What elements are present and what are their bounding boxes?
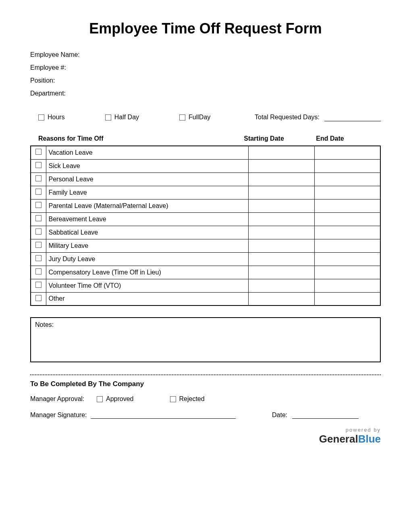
start-date-cell[interactable]: [248, 212, 314, 226]
employee-name-field: Employee Name:: [30, 51, 381, 58]
footer-brand: powered by GeneralBlue: [30, 427, 381, 445]
reason-checkbox[interactable]: [35, 149, 42, 155]
table-row: Military Leave: [31, 239, 380, 252]
end-date-cell[interactable]: [314, 212, 380, 226]
total-days-input[interactable]: [324, 113, 381, 121]
brand-blue: Blue: [358, 433, 381, 445]
reason-checkbox[interactable]: [35, 215, 42, 221]
reason-label: Sick Leave: [46, 159, 248, 172]
reason-label: Family Leave: [46, 186, 248, 199]
duration-full-day: FullDay: [179, 114, 210, 121]
manager-signature-input[interactable]: [91, 411, 236, 419]
rejected-item: Rejected: [170, 395, 205, 403]
reason-checkbox-cell: [31, 292, 46, 305]
start-date-cell[interactable]: [248, 252, 314, 266]
start-date-cell[interactable]: [248, 292, 314, 305]
company-heading: To Be Completed By The Company: [30, 380, 381, 388]
end-date-cell[interactable]: [314, 199, 380, 212]
table-row: Compensatory Leave (Time Off in Lieu): [31, 266, 380, 279]
start-date-cell[interactable]: [248, 172, 314, 186]
table-header: Reasons for Time Off Starting Date End D…: [30, 133, 381, 145]
notes-box[interactable]: Notes:: [30, 317, 381, 362]
reason-checkbox-cell: [31, 266, 46, 279]
table-row: Sick Leave: [31, 159, 380, 172]
manager-signature-label: Manager Signature:: [30, 411, 91, 419]
rejected-checkbox[interactable]: [170, 396, 176, 402]
reason-checkbox[interactable]: [35, 202, 42, 208]
reason-checkbox[interactable]: [35, 189, 42, 195]
start-date-cell[interactable]: [248, 146, 314, 159]
table-row: Jury Duty Leave: [31, 252, 380, 266]
reason-checkbox-cell: [31, 279, 46, 292]
end-date-cell[interactable]: [314, 172, 380, 186]
end-date-cell[interactable]: [314, 226, 380, 239]
department-field: Department:: [30, 90, 381, 97]
date-input[interactable]: [292, 411, 359, 419]
hours-checkbox[interactable]: [38, 114, 44, 121]
start-date-cell[interactable]: [248, 266, 314, 279]
signature-row: Manager Signature: Date:: [30, 411, 381, 419]
end-date-cell[interactable]: [314, 159, 380, 172]
hours-label: Hours: [48, 114, 65, 121]
header-reasons: Reasons for Time Off: [38, 135, 231, 142]
employee-number-field: Employee #:: [30, 64, 381, 71]
section-divider: [30, 374, 381, 375]
reason-label: Vacation Leave: [46, 146, 248, 159]
reason-checkbox[interactable]: [35, 162, 42, 168]
table-row: Volunteer Time Off (VTO): [31, 279, 380, 292]
reason-checkbox[interactable]: [35, 268, 42, 274]
reason-checkbox[interactable]: [35, 229, 42, 235]
position-field: Position:: [30, 77, 381, 84]
table-row: Personal Leave: [31, 172, 380, 186]
reason-checkbox[interactable]: [35, 295, 42, 301]
end-date-cell[interactable]: [314, 186, 380, 199]
reason-label: Parental Leave (Maternal/Paternal Leave): [46, 199, 248, 212]
table-row: Family Leave: [31, 186, 380, 199]
reason-checkbox[interactable]: [35, 255, 42, 261]
full-day-checkbox[interactable]: [179, 114, 185, 121]
approved-item: Approved: [97, 395, 134, 403]
reason-checkbox-cell: [31, 199, 46, 212]
brand-name: GeneralBlue: [30, 433, 381, 445]
start-date-cell[interactable]: [248, 279, 314, 292]
total-days-label: Total Requested Days:: [255, 114, 320, 121]
start-date-cell[interactable]: [248, 186, 314, 199]
end-date-cell[interactable]: [314, 266, 380, 279]
table-row: Sabbatical Leave: [31, 226, 380, 239]
reason-checkbox[interactable]: [35, 242, 42, 248]
reason-checkbox[interactable]: [35, 175, 42, 181]
approved-checkbox[interactable]: [97, 396, 103, 402]
brand-general: General: [319, 433, 358, 445]
end-date-cell[interactable]: [314, 292, 380, 305]
date-label: Date:: [272, 411, 287, 419]
start-date-cell[interactable]: [248, 159, 314, 172]
header-start: Starting Date: [231, 135, 297, 142]
reason-checkbox[interactable]: [35, 282, 42, 288]
reason-checkbox-cell: [31, 146, 46, 159]
end-date-cell[interactable]: [314, 252, 380, 266]
manager-approval-label: Manager Approval:: [30, 395, 97, 403]
reason-checkbox-cell: [31, 239, 46, 252]
page-title: Employee Time Off Request Form: [30, 20, 381, 37]
start-date-cell[interactable]: [248, 199, 314, 212]
table-row: Other: [31, 292, 380, 305]
reason-label: Sabbatical Leave: [46, 226, 248, 239]
reason-checkbox-cell: [31, 186, 46, 199]
powered-by-text: powered by: [30, 427, 381, 433]
end-date-cell[interactable]: [314, 239, 380, 252]
reason-label: Bereavement Leave: [46, 212, 248, 226]
reason-label: Compensatory Leave (Time Off in Lieu): [46, 266, 248, 279]
approved-label: Approved: [106, 395, 134, 403]
reason-label: Military Leave: [46, 239, 248, 252]
start-date-cell[interactable]: [248, 239, 314, 252]
end-date-cell[interactable]: [314, 146, 380, 159]
reason-checkbox-cell: [31, 159, 46, 172]
duration-hours: Hours: [38, 114, 65, 121]
reason-checkbox-cell: [31, 212, 46, 226]
approval-row: Manager Approval: Approved Rejected: [30, 395, 381, 403]
rejected-label: Rejected: [179, 395, 205, 403]
end-date-cell[interactable]: [314, 279, 380, 292]
half-day-checkbox[interactable]: [105, 114, 111, 121]
start-date-cell[interactable]: [248, 226, 314, 239]
reasons-table: Vacation LeaveSick LeavePersonal LeaveFa…: [30, 145, 381, 306]
